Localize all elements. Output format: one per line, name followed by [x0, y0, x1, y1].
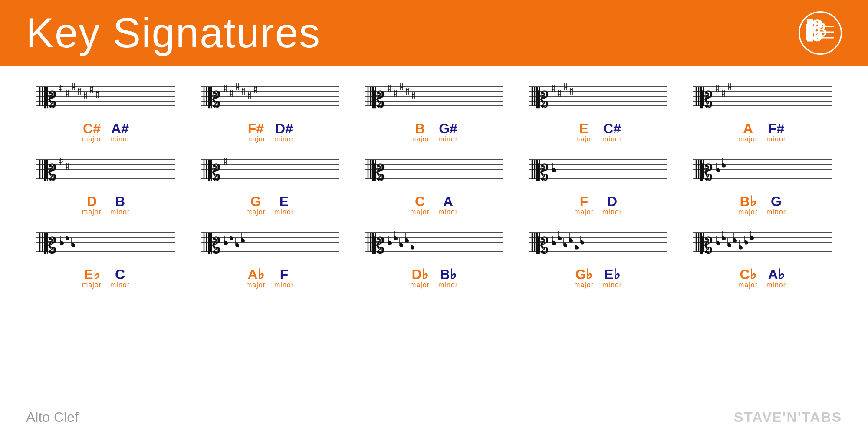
minor-label-group: Fminor: [274, 267, 294, 289]
svg-rect-57: [210, 87, 212, 106]
key-signatures-grid: 𝄡32: [26, 79, 842, 289]
staff-notation: 𝄡32: [354, 225, 514, 264]
svg-text:2: 2: [377, 244, 381, 255]
major-label-group: Emajor: [574, 122, 594, 143]
staff-notation: 𝄡32: [518, 152, 678, 191]
major-label-group: Cmajor: [410, 194, 430, 216]
minor-note-name: B♭: [440, 267, 456, 281]
svg-text:2: 2: [49, 98, 53, 109]
minor-quality: minor: [766, 281, 786, 289]
svg-line-27: [66, 94, 69, 95]
major-label-group: Bmajor: [410, 122, 430, 143]
svg-rect-231: [536, 160, 538, 179]
key-labels: BmajorG#minor: [410, 122, 458, 143]
major-note-name: B♭: [740, 194, 756, 208]
svg-rect-311: [536, 233, 538, 252]
major-label-group: Gmajor: [246, 194, 266, 216]
minor-quality: minor: [110, 281, 130, 289]
minor-quality: minor: [438, 281, 458, 289]
major-quality: major: [410, 208, 430, 216]
staff-notation: 𝄡32: [354, 79, 514, 118]
svg-rect-277: [210, 233, 212, 252]
minor-label-group: E♭minor: [602, 267, 622, 289]
minor-note-name: C#: [603, 122, 621, 135]
svg-rect-312: [539, 233, 540, 252]
svg-rect-232: [539, 160, 540, 179]
key-labels: AmajorF#minor: [738, 122, 786, 143]
minor-quality: minor: [110, 208, 130, 216]
svg-text:2: 2: [377, 98, 381, 109]
major-label-group: D♭major: [410, 267, 430, 289]
major-note-name: A♭: [247, 267, 264, 281]
major-note-name: C#: [83, 122, 101, 135]
svg-text:ℬ: ℬ: [812, 21, 827, 41]
svg-line-145: [570, 89, 573, 90]
key-labels: FmajorDminor: [574, 194, 622, 216]
svg-line-112: [406, 89, 409, 90]
svg-line-23: [59, 89, 63, 90]
minor-label-group: F#minor: [766, 122, 786, 143]
svg-text:2: 2: [213, 171, 217, 182]
svg-line-171: [728, 87, 731, 88]
svg-line-101: [388, 89, 391, 90]
key-labels: DmajorBminor: [82, 194, 130, 216]
svg-rect-261: [46, 233, 48, 252]
major-note-name: G: [250, 194, 261, 208]
key-cell-B: 𝄡32 BmajorG#minor: [354, 79, 514, 143]
svg-line-42: [90, 87, 93, 88]
svg-text:2: 2: [705, 98, 710, 109]
staff-notation: 𝄡32: [26, 79, 186, 118]
minor-label-group: C#minor: [602, 122, 622, 143]
svg-rect-219: [375, 160, 376, 179]
key-labels: D♭majorB♭minor: [410, 267, 458, 289]
major-quality: major: [246, 208, 266, 216]
svg-rect-201: [208, 160, 210, 179]
key-labels: B♭majorGminor: [738, 194, 786, 216]
svg-rect-5: [809, 24, 811, 40]
svg-line-105: [394, 94, 397, 95]
major-note-name: F: [580, 194, 589, 208]
key-cell-Fb: 𝄡32: [190, 79, 350, 143]
key-labels: C♭majorA♭minor: [738, 267, 786, 289]
staff-notation: 𝄡32: [190, 79, 350, 118]
minor-note-name: F#: [768, 122, 784, 135]
minor-quality: minor: [110, 135, 130, 143]
minor-note-name: F: [280, 267, 289, 281]
major-note-name: B: [415, 122, 425, 135]
svg-text:2: 2: [49, 171, 53, 182]
staff-notation: 𝄡32: [26, 225, 186, 264]
key-cell-Ab: 𝄡32 A♭majorFminor: [190, 225, 350, 289]
svg-line-75: [242, 89, 245, 90]
minor-label-group: Gminor: [766, 194, 786, 216]
svg-rect-180: [44, 160, 46, 179]
minor-note-name: C: [115, 267, 125, 281]
svg-rect-260: [44, 233, 46, 252]
svg-line-84: [254, 90, 257, 91]
major-quality: major: [738, 208, 758, 216]
minor-label-group: Dminor: [602, 194, 622, 216]
svg-text:2: 2: [541, 98, 546, 109]
major-note-name: D: [87, 194, 97, 208]
svg-rect-93: [372, 87, 374, 106]
svg-line-72: [236, 87, 239, 88]
svg-rect-56: [208, 87, 210, 106]
minor-note-name: A♭: [768, 267, 784, 281]
brand-name: STAVE'N'TABS: [734, 409, 842, 425]
minor-label-group: D#minor: [274, 122, 294, 143]
svg-text:2: 2: [49, 244, 53, 255]
key-cell-G: 𝄡32 GmajorEminor: [190, 152, 350, 216]
logo-circle: 𝄡 ℬ: [799, 11, 842, 55]
major-quality: major: [82, 281, 102, 289]
svg-rect-330: [700, 233, 702, 252]
key-labels: C#majorA#minor: [82, 122, 130, 143]
minor-quality: minor: [274, 135, 294, 143]
major-note-name: A: [743, 122, 753, 135]
minor-label-group: Eminor: [274, 194, 294, 216]
major-label-group: Amajor: [738, 122, 758, 143]
svg-rect-4: [806, 24, 809, 40]
major-quality: major: [410, 281, 430, 289]
svg-line-108: [400, 85, 403, 85]
page-footer: Alto Clef STAVE'N'TABS: [26, 409, 842, 425]
svg-text:2: 2: [377, 171, 381, 182]
major-label-group: E♭major: [82, 267, 102, 289]
